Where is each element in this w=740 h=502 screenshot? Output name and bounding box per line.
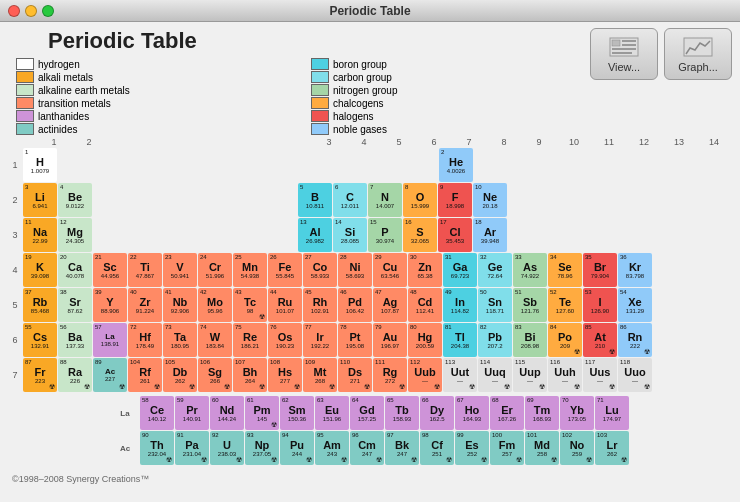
element-Cd[interactable]: 48Cd112.41: [408, 288, 442, 322]
graph-button[interactable]: Graph...: [664, 28, 732, 80]
element-Pd[interactable]: 46Pd106.42: [338, 288, 372, 322]
element-Te[interactable]: 52Te127.60: [548, 288, 582, 322]
element-Tl[interactable]: 81Tl204.38: [443, 323, 477, 357]
element-Ir[interactable]: 77Ir192.22: [303, 323, 337, 357]
element-Kr[interactable]: 36Kr83.798: [618, 253, 652, 287]
element-Fe[interactable]: 26Fe55.845: [268, 253, 302, 287]
element-Hs[interactable]: 108Hs277☢: [268, 358, 302, 392]
element-U[interactable]: 92U238.03☢: [210, 431, 244, 465]
element-Uuo[interactable]: 118Uuo—☢: [618, 358, 652, 392]
element-W[interactable]: 74W183.84: [198, 323, 232, 357]
element-Ru[interactable]: 44Ru101.07: [268, 288, 302, 322]
element-Eu[interactable]: 63Eu151.96: [315, 396, 349, 430]
element-Np[interactable]: 93Np237.05☢: [245, 431, 279, 465]
element-Lr[interactable]: 103Lr262☢: [595, 431, 629, 465]
element-Am[interactable]: 95Am243☢: [315, 431, 349, 465]
element-Pu[interactable]: 94Pu244☢: [280, 431, 314, 465]
element-Zr[interactable]: 40Zr91.224: [128, 288, 162, 322]
minimize-button[interactable]: [25, 5, 37, 17]
element-Mo[interactable]: 42Mo95.96: [198, 288, 232, 322]
element-Ni[interactable]: 28Ni58.693: [338, 253, 372, 287]
element-Ca[interactable]: 20Ca40.078: [58, 253, 92, 287]
element-Cl[interactable]: 17Cl35.453: [438, 218, 472, 252]
element-Lu[interactable]: 71Lu174.97: [595, 396, 629, 430]
element-Ba[interactable]: 56Ba137.33: [58, 323, 92, 357]
element-Tc[interactable]: 43Tc98☢: [233, 288, 267, 322]
element-Th[interactable]: 90Th232.04☢: [140, 431, 174, 465]
element-Ar[interactable]: 18Ar39.948: [473, 218, 507, 252]
element-Sm[interactable]: 62Sm150.36: [280, 396, 314, 430]
element-Rg[interactable]: 111Rg272☢: [373, 358, 407, 392]
element-Nd[interactable]: 60Nd144.24: [210, 396, 244, 430]
element-Sn[interactable]: 50Sn118.71: [478, 288, 512, 322]
close-button[interactable]: [8, 5, 20, 17]
element-H[interactable]: 1H1.0079: [23, 148, 57, 182]
element-Mn[interactable]: 25Mn54.938: [233, 253, 267, 287]
element-Co[interactable]: 27Co58.933: [303, 253, 337, 287]
element-Y[interactable]: 39Y88.906: [93, 288, 127, 322]
element-Bk[interactable]: 97Bk247☢: [385, 431, 419, 465]
element-N[interactable]: 7N14.007: [368, 183, 402, 217]
element-Br[interactable]: 35Br79.904: [583, 253, 617, 287]
element-V[interactable]: 23V50.941: [163, 253, 197, 287]
element-Uuh[interactable]: 116Uuh—☢: [548, 358, 582, 392]
element-Md[interactable]: 101Md258☢: [525, 431, 559, 465]
maximize-button[interactable]: [42, 5, 54, 17]
element-Ti[interactable]: 22Ti47.867: [128, 253, 162, 287]
element-Pt[interactable]: 78Pt195.08: [338, 323, 372, 357]
element-Be[interactable]: 4Be9.0122: [58, 183, 92, 217]
element-Ag[interactable]: 47Ag107.87: [373, 288, 407, 322]
element-Er[interactable]: 68Er167.26: [490, 396, 524, 430]
element-B[interactable]: 5B10.811: [298, 183, 332, 217]
element-Re[interactable]: 75Re186.21: [233, 323, 267, 357]
element-Ge[interactable]: 32Ge72.64: [478, 253, 512, 287]
element-Uub[interactable]: 112Uub—☢: [408, 358, 442, 392]
element-Cm[interactable]: 96Cm247☢: [350, 431, 384, 465]
element-Cr[interactable]: 24Cr51.996: [198, 253, 232, 287]
element-Rb[interactable]: 37Rb85.468: [23, 288, 57, 322]
element-Uut[interactable]: 113Uut—☢: [443, 358, 477, 392]
element-Es[interactable]: 99Es252☢: [455, 431, 489, 465]
element-Po[interactable]: 84Po209☢: [548, 323, 582, 357]
element-Sc[interactable]: 21Sc44.956: [93, 253, 127, 287]
element-Cu[interactable]: 29Cu63.546: [373, 253, 407, 287]
element-Ga[interactable]: 31Ga69.723: [443, 253, 477, 287]
element-Hg[interactable]: 80Hg200.59: [408, 323, 442, 357]
element-Uuq[interactable]: 114Uuq—☢: [478, 358, 512, 392]
element-At[interactable]: 85At210☢: [583, 323, 617, 357]
element-Bi[interactable]: 83Bi208.98: [513, 323, 547, 357]
element-He[interactable]: 2He4.0026: [439, 148, 473, 182]
element-Sb[interactable]: 51Sb121.76: [513, 288, 547, 322]
element-Pr[interactable]: 59Pr140.91: [175, 396, 209, 430]
element-Bh[interactable]: 107Bh264☢: [233, 358, 267, 392]
element-Uup[interactable]: 115Uup—☢: [513, 358, 547, 392]
element-Fr[interactable]: 87Fr223☢: [23, 358, 57, 392]
element-As[interactable]: 33As74.922: [513, 253, 547, 287]
element-Hf[interactable]: 72Hf178.49: [128, 323, 162, 357]
element-K[interactable]: 19K39.098: [23, 253, 57, 287]
element-Sr[interactable]: 38Sr87.62: [58, 288, 92, 322]
element-Cs[interactable]: 55Cs132.91: [23, 323, 57, 357]
element-In[interactable]: 49In114.82: [443, 288, 477, 322]
element-Db[interactable]: 105Db262☢: [163, 358, 197, 392]
element-Pa[interactable]: 91Pa231.04☢: [175, 431, 209, 465]
element-P[interactable]: 15P30.974: [368, 218, 402, 252]
element-Sg[interactable]: 106Sg266☢: [198, 358, 232, 392]
element-Gd[interactable]: 64Gd157.25: [350, 396, 384, 430]
element-La-placeholder[interactable]: 57La138.91: [93, 323, 127, 357]
element-Zn[interactable]: 30Zn65.38: [408, 253, 442, 287]
element-Dy[interactable]: 66Dy162.5: [420, 396, 454, 430]
element-Si[interactable]: 14Si28.085: [333, 218, 367, 252]
element-Ce[interactable]: 58Ce140.12: [140, 396, 174, 430]
element-Xe[interactable]: 54Xe131.29: [618, 288, 652, 322]
element-Na[interactable]: 11Na22.99: [23, 218, 57, 252]
element-I[interactable]: 53I126.90: [583, 288, 617, 322]
element-No[interactable]: 102No259☢: [560, 431, 594, 465]
element-Uus[interactable]: 117Uus—☢: [583, 358, 617, 392]
element-Rh[interactable]: 45Rh102.91: [303, 288, 337, 322]
element-Li[interactable]: 3Li6.941: [23, 183, 57, 217]
element-Rn[interactable]: 86Rn222☢: [618, 323, 652, 357]
element-O[interactable]: 8O15.999: [403, 183, 437, 217]
element-Ho[interactable]: 67Ho164.93: [455, 396, 489, 430]
element-Pm[interactable]: 61Pm145☢: [245, 396, 279, 430]
